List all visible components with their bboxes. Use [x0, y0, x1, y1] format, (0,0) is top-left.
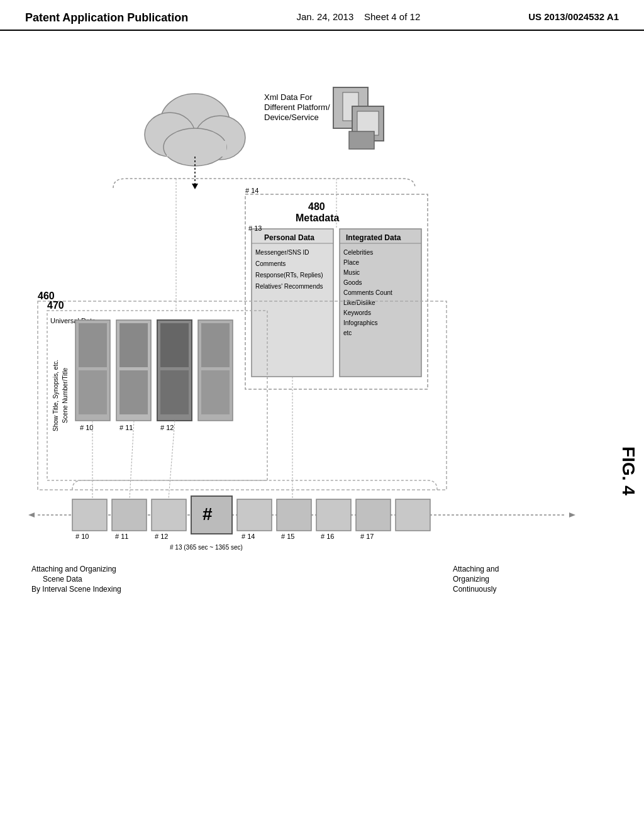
- metadata-label: Metadata: [296, 213, 339, 223]
- page-header: Patent Application Publication Jan. 24, …: [0, 0, 644, 31]
- xml-label-line3: Device/Service: [264, 113, 319, 122]
- int-item-9: etc: [343, 329, 352, 336]
- fig-label: FIG. 4: [619, 446, 638, 495]
- int-item-2: Place: [343, 259, 359, 266]
- svg-rect-36: [152, 499, 186, 531]
- svg-rect-23: [119, 323, 148, 367]
- diagram-area: FIG. 4 Xml Data For Different Platform/ …: [0, 31, 644, 823]
- svg-line-45: [169, 421, 175, 499]
- bottom-left-label-2: Scene Data: [43, 575, 82, 584]
- svg-rect-38: [237, 499, 272, 531]
- ref-13: # 13: [248, 224, 262, 232]
- int-item-6: Like/Dislike: [343, 299, 375, 306]
- personal-item-4: Relatives' Recommends: [255, 283, 323, 290]
- ref-16-bot: # 16: [321, 533, 334, 540]
- scene-number-label: Scene Number/Title: [62, 368, 69, 423]
- svg-rect-40: [316, 499, 351, 531]
- ref-14-top: # 14: [245, 187, 258, 194]
- metadata-number: 480: [308, 201, 325, 212]
- bottom-right-label-2: Organizing: [453, 575, 489, 584]
- int-item-7: Keywords: [343, 309, 371, 316]
- header-center: Jan. 24, 2013 Sheet 4 of 12: [296, 11, 420, 22]
- int-item-8: Infographics: [343, 319, 377, 326]
- ref-14-bot: # 14: [242, 533, 255, 540]
- diagram-svg: FIG. 4 Xml Data For Different Platform/ …: [0, 31, 644, 823]
- header-left: Patent Application Publication: [25, 11, 188, 25]
- svg-rect-9: [349, 131, 374, 149]
- svg-rect-21: [79, 370, 107, 414]
- int-item-3: Music: [343, 269, 360, 276]
- header-sheet: Sheet 4 of 12: [364, 11, 420, 22]
- svg-line-44: [130, 421, 134, 499]
- svg-marker-11: [192, 184, 198, 189]
- svg-rect-41: [356, 499, 391, 531]
- personal-item-2: Comments: [255, 260, 286, 267]
- ref-17-bot: # 17: [360, 533, 374, 540]
- ref-12-bot: # 12: [155, 533, 168, 540]
- int-item-1: Celebrities: [343, 249, 373, 256]
- ref-15-bot: # 15: [281, 533, 294, 540]
- svg-rect-24: [119, 370, 148, 414]
- svg-rect-27: [160, 370, 189, 414]
- svg-rect-35: [112, 499, 147, 531]
- ref-11-bot: # 11: [115, 533, 128, 540]
- int-item-5: Comments Count: [343, 289, 392, 296]
- svg-rect-34: [72, 499, 107, 531]
- hash-center: #: [203, 504, 213, 524]
- bottom-left-label-3: By Interval Scene Indexing: [31, 585, 121, 594]
- int-item-4: Goods: [343, 279, 362, 286]
- svg-rect-39: [277, 499, 311, 531]
- show-title-label: Show Title, Synopsis, etc.: [52, 360, 59, 431]
- xml-label-line2: Different Platform/: [264, 102, 330, 112]
- header-right: US 2013/0024532 A1: [528, 11, 619, 22]
- svg-marker-32: [28, 512, 35, 517]
- svg-rect-26: [160, 323, 189, 367]
- bottom-right-label-3: Continuously: [453, 585, 496, 594]
- ref-10: # 10: [80, 424, 93, 431]
- personal-item-1: Messenger/SNS ID: [255, 249, 309, 256]
- svg-rect-42: [396, 499, 430, 531]
- svg-rect-20: [79, 323, 107, 367]
- personal-data-label: Personal Data: [264, 233, 314, 242]
- scene-data-number: 470: [47, 300, 64, 311]
- ref-10-bot: # 10: [75, 533, 89, 540]
- xml-label-line1: Xml Data For: [264, 92, 313, 102]
- header-date: Jan. 24, 2013: [296, 11, 353, 22]
- bottom-left-label-1: Attaching and Organizing: [31, 565, 116, 573]
- svg-rect-30: [201, 370, 230, 414]
- integrated-data-label: Integrated Data: [346, 233, 401, 242]
- svg-rect-4: [167, 141, 226, 157]
- ref-12: # 12: [160, 424, 174, 431]
- svg-rect-29: [201, 323, 230, 367]
- personal-item-3: Response(RTs, Replies): [255, 272, 323, 279]
- ref-11: # 11: [119, 424, 133, 431]
- ref-13-range: # 13 (365 sec ~ 1365 sec): [170, 544, 243, 551]
- svg-marker-33: [569, 512, 575, 517]
- bottom-right-label-1: Attaching and: [453, 565, 499, 573]
